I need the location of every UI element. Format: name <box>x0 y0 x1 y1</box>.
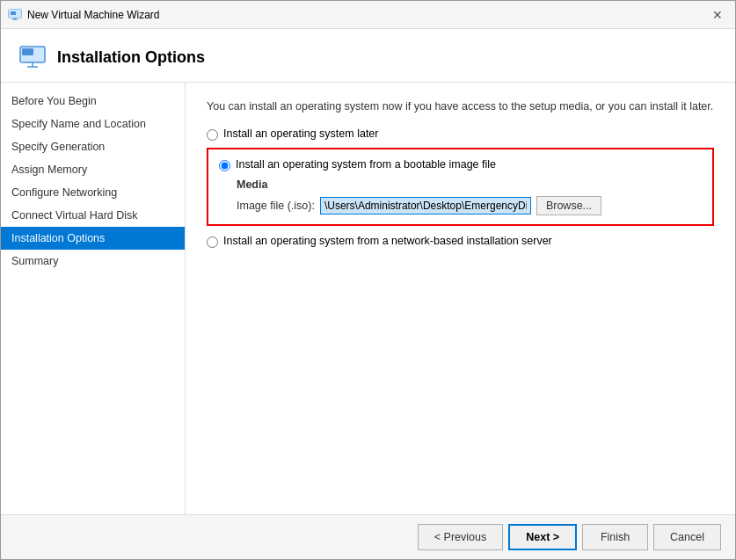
option1-row: Install an operating system later <box>207 127 714 141</box>
intro-text: You can install an operating system now … <box>207 98 714 115</box>
footer: < Previous Next > Finish Cancel <box>1 514 735 559</box>
media-label: Media <box>237 178 702 191</box>
svg-rect-2 <box>11 11 16 15</box>
cancel-button[interactable]: Cancel <box>653 524 721 550</box>
option2-radio[interactable] <box>219 160 230 171</box>
content-area: Before You Begin Specify Name and Locati… <box>1 83 735 514</box>
option2-highlighted-box: Install an operating system from a boota… <box>207 148 714 226</box>
sidebar-item-summary[interactable]: Summary <box>1 250 185 273</box>
sidebar: Before You Begin Specify Name and Locati… <box>1 83 186 514</box>
window-icon <box>8 8 22 22</box>
titlebar-left: New Virtual Machine Wizard <box>8 8 160 22</box>
close-button[interactable]: ✕ <box>707 4 728 25</box>
previous-button[interactable]: < Previous <box>418 524 503 550</box>
option3-radio[interactable] <box>207 236 218 248</box>
main-panel: You can install an operating system now … <box>186 83 735 514</box>
sidebar-item-installation-options[interactable]: Installation Options <box>1 227 185 250</box>
option1-label[interactable]: Install an operating system later <box>223 127 378 140</box>
image-file-input[interactable] <box>320 197 531 215</box>
window-title: New Virtual Machine Wizard <box>27 9 160 21</box>
option2-row: Install an operating system from a boota… <box>219 158 702 171</box>
option2-label[interactable]: Install an operating system from a boota… <box>236 158 496 171</box>
sidebar-item-connect-vhd[interactable]: Connect Virtual Hard Disk <box>1 204 185 227</box>
sidebar-item-before-you-begin[interactable]: Before You Begin <box>1 90 185 113</box>
sidebar-item-specify-name[interactable]: Specify Name and Location <box>1 113 185 135</box>
sidebar-item-configure-networking[interactable]: Configure Networking <box>1 181 185 204</box>
header-icon <box>18 43 47 71</box>
media-section: Media Image file (.iso): Browse... <box>237 178 702 215</box>
image-file-label: Image file (.iso): <box>237 200 315 212</box>
svg-rect-6 <box>22 48 33 55</box>
wizard-window: New Virtual Machine Wizard ✕ Installatio… <box>0 0 736 560</box>
titlebar: New Virtual Machine Wizard ✕ <box>1 1 735 29</box>
browse-button[interactable]: Browse... <box>536 196 601 215</box>
option3-label[interactable]: Install an operating system from a netwo… <box>223 235 552 247</box>
option1-radio[interactable] <box>207 129 218 141</box>
next-button[interactable]: Next > <box>508 524 577 550</box>
sidebar-item-specify-generation[interactable]: Specify Generation <box>1 135 185 158</box>
page-header: Installation Options <box>1 29 735 83</box>
page-title: Installation Options <box>57 48 205 67</box>
finish-button[interactable]: Finish <box>582 524 648 550</box>
image-file-row: Image file (.iso): Browse... <box>237 196 702 215</box>
sidebar-item-assign-memory[interactable]: Assign Memory <box>1 158 185 181</box>
option3-row: Install an operating system from a netwo… <box>207 235 714 248</box>
